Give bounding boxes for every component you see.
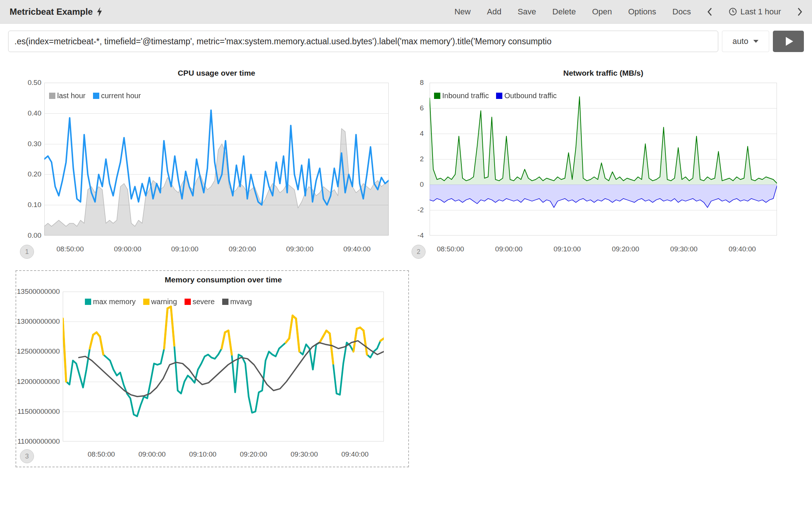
clock-icon	[729, 7, 737, 16]
x-tick: 09:10:00	[171, 244, 199, 254]
y-tick: 6	[420, 104, 424, 112]
y-tick: 11500000000	[17, 408, 60, 416]
legend-swatch	[222, 299, 228, 305]
legend-item[interactable]: max memory	[85, 298, 136, 306]
y-axis-labels: 8 6 4 2 0 -2 -4	[406, 79, 424, 240]
nav-delete[interactable]: Delete	[553, 7, 576, 17]
y-tick: 4	[420, 130, 424, 138]
x-tick: 08:50:00	[437, 244, 464, 254]
x-tick: 09:20:00	[240, 450, 267, 459]
y-axis-labels: 0.50 0.40 0.30 0.20 0.10 0.00	[15, 79, 41, 240]
legend-item[interactable]: severe	[185, 298, 215, 306]
chart-panel-cpu[interactable]: CPU usage over time 0.50 0.40 0.30 0.20 …	[15, 63, 391, 267]
x-tick: 09:20:00	[612, 244, 639, 254]
timepicker-label: Last 1 hour	[740, 7, 781, 17]
legend-swatch	[93, 93, 99, 99]
x-tick: 09:10:00	[189, 450, 216, 459]
nav-add[interactable]: Add	[487, 7, 501, 17]
interval-value: auto	[733, 37, 749, 46]
legend-label: warning	[151, 298, 177, 306]
y-tick: 0.30	[28, 140, 41, 148]
legend-label: severe	[193, 298, 215, 306]
app-title: Metricbeat Example	[10, 7, 103, 17]
x-axis-labels: 08:50:00 09:00:00 09:10:00 09:20:00 09:3…	[430, 244, 777, 254]
legend-label: mvavg	[230, 298, 252, 306]
y-tick: 0.20	[28, 170, 41, 178]
cpu-usage-chart[interactable]	[44, 83, 389, 236]
run-query-button[interactable]	[773, 31, 804, 52]
query-bar: auto	[0, 24, 812, 52]
legend-label: current hour	[101, 92, 141, 100]
x-tick: 09:40:00	[729, 244, 756, 254]
nav-options[interactable]: Options	[628, 7, 656, 17]
legend-item[interactable]: Outbound traffic	[496, 92, 557, 100]
x-tick: 09:30:00	[290, 450, 318, 459]
chart-title: CPU usage over time	[44, 69, 389, 78]
legend-label: Inbound traffic	[442, 92, 489, 100]
chart-panel-network[interactable]: Network traffic (MB/s) 8 6 4 2 0 -2 -4 I…	[406, 63, 782, 267]
chevron-left-icon[interactable]	[707, 7, 712, 16]
x-tick: 09:30:00	[670, 244, 698, 254]
chevron-down-icon	[753, 40, 758, 43]
y-tick: 8	[420, 79, 424, 87]
y-tick: 0.40	[28, 109, 41, 117]
x-axis-labels: 08:50:00 09:00:00 09:10:00 09:20:00 09:3…	[63, 450, 384, 459]
top-nav: New Add Save Delete Open Options Docs La…	[454, 7, 802, 17]
network-traffic-chart[interactable]	[430, 83, 777, 236]
play-icon	[786, 37, 793, 46]
y-tick: 13500000000	[17, 288, 60, 296]
chart-title: Network traffic (MB/s)	[430, 69, 777, 78]
y-tick: -2	[417, 206, 424, 214]
x-tick: 09:30:00	[286, 244, 313, 254]
x-tick: 09:00:00	[138, 450, 166, 459]
legend-item[interactable]: Inbound traffic	[434, 92, 489, 100]
x-tick: 09:00:00	[114, 244, 141, 254]
legend-swatch	[143, 299, 149, 305]
y-tick: 2	[420, 155, 424, 163]
y-tick: 0	[420, 181, 424, 189]
x-tick: 09:00:00	[495, 244, 523, 254]
y-tick: 11000000000	[17, 437, 60, 446]
legend-label: last hour	[57, 92, 86, 100]
x-tick: 08:50:00	[56, 244, 84, 254]
legend-item[interactable]: warning	[143, 298, 177, 306]
timelion-query-input[interactable]	[8, 31, 718, 52]
timepicker-button[interactable]: Last 1 hour	[729, 7, 781, 17]
x-tick: 09:20:00	[228, 244, 256, 254]
y-tick: 0.10	[28, 201, 41, 209]
legend-label: max memory	[93, 298, 136, 306]
legend-label: Outbound traffic	[504, 92, 557, 100]
timelion-app: Metricbeat Example New Add Save Delete O…	[0, 0, 812, 519]
y-tick: 13000000000	[17, 317, 60, 326]
legend-item[interactable]: last hour	[49, 92, 86, 100]
legend-swatch	[85, 299, 91, 305]
legend-item[interactable]: current hour	[93, 92, 141, 100]
app-title-text: Metricbeat Example	[10, 7, 93, 17]
panel-number-badge: 2	[412, 245, 426, 259]
legend-item[interactable]: mvavg	[222, 298, 252, 306]
top-bar: Metricbeat Example New Add Save Delete O…	[0, 0, 812, 24]
legend-swatch	[434, 93, 440, 99]
x-tick: 08:50:00	[87, 450, 115, 459]
chart-panel-memory[interactable]: Memory consumption over time 13500000000…	[16, 270, 409, 467]
y-axis-labels: 13500000000 13000000000 12500000000 1200…	[16, 288, 60, 446]
y-tick: 0.00	[28, 231, 41, 240]
chart-legend: last hour current hour	[49, 92, 141, 100]
interval-select[interactable]: auto	[722, 31, 769, 52]
chevron-right-icon[interactable]	[797, 7, 802, 16]
chart-title: Memory consumption over time	[63, 275, 384, 284]
x-axis-labels: 08:50:00 09:00:00 09:10:00 09:20:00 09:3…	[44, 244, 389, 254]
x-tick: 09:40:00	[341, 450, 369, 459]
y-tick: 0.50	[28, 79, 41, 87]
lightning-bolt-icon	[96, 7, 103, 17]
memory-consumption-chart[interactable]	[63, 292, 384, 441]
nav-save[interactable]: Save	[517, 7, 536, 17]
legend-swatch	[496, 93, 502, 99]
legend-swatch	[49, 93, 55, 99]
x-tick: 09:40:00	[343, 244, 371, 254]
nav-docs[interactable]: Docs	[672, 7, 691, 17]
y-tick: 12500000000	[17, 347, 60, 355]
nav-new[interactable]: New	[454, 7, 471, 17]
y-tick: -4	[417, 231, 424, 240]
nav-open[interactable]: Open	[592, 7, 612, 17]
